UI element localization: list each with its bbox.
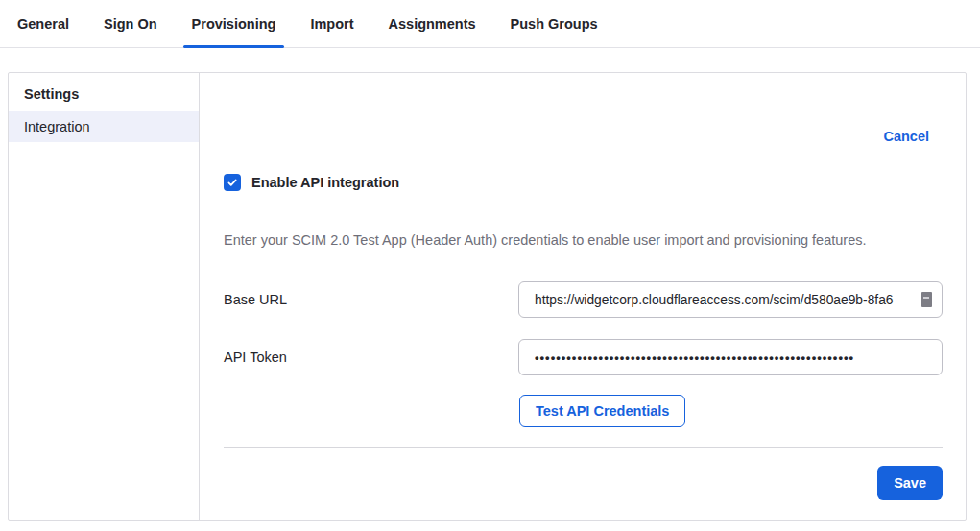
tab-import[interactable]: Import [301, 0, 362, 47]
base-url-row: Base URL [224, 281, 943, 318]
api-token-row: API Token [224, 339, 943, 375]
settings-sidebar: Settings Integration [9, 73, 200, 520]
tab-push-groups[interactable]: Push Groups [502, 0, 607, 47]
api-token-input-wrap [518, 339, 943, 375]
cancel-row: Cancel [200, 73, 966, 145]
tab-sign-on[interactable]: Sign On [95, 0, 166, 47]
tab-assignments[interactable]: Assignments [380, 0, 485, 47]
sidebar-item-integration[interactable]: Integration [9, 111, 199, 142]
credentials-description: Enter your SCIM 2.0 Test App (Header Aut… [224, 233, 943, 248]
base-url-input-wrap [518, 281, 943, 318]
test-credentials-row: Test API Credentials [519, 395, 966, 427]
test-api-credentials-button[interactable]: Test API Credentials [519, 395, 685, 427]
tab-provisioning[interactable]: Provisioning [183, 0, 285, 47]
sidebar-title: Settings [9, 84, 199, 111]
provisioning-panel: Settings Integration Cancel Enable API i… [8, 72, 967, 521]
enable-api-label[interactable]: Enable API integration [251, 175, 399, 190]
enable-api-checkbox[interactable] [224, 174, 241, 191]
cancel-link[interactable]: Cancel [883, 129, 929, 144]
enable-api-row: Enable API integration [224, 174, 966, 191]
api-token-input[interactable] [518, 339, 943, 375]
check-icon [227, 177, 238, 188]
save-button[interactable]: Save [877, 466, 943, 500]
tab-general[interactable]: General [9, 0, 78, 47]
save-row: Save [200, 466, 943, 500]
app-tab-bar: General Sign On Provisioning Import Assi… [0, 0, 980, 48]
provisioning-page: General Sign On Provisioning Import Assi… [0, 0, 980, 531]
api-token-label: API Token [224, 350, 287, 365]
base-url-input[interactable] [518, 281, 943, 318]
integration-settings-content: Cancel Enable API integration Enter your… [200, 73, 966, 520]
footer-divider [224, 447, 943, 448]
base-url-label: Base URL [224, 292, 287, 307]
